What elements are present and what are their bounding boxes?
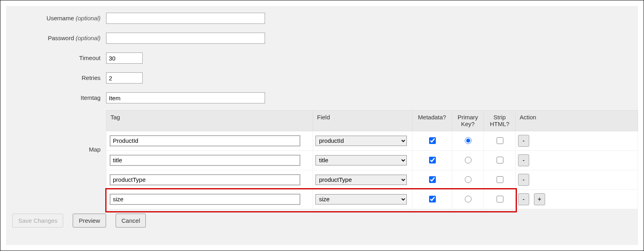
remove-row-button[interactable]: -: [518, 193, 529, 205]
primary-key-radio[interactable]: [465, 176, 472, 183]
username-field[interactable]: [106, 13, 265, 24]
strip-html-checkbox[interactable]: [497, 157, 503, 163]
add-row-button[interactable]: +: [534, 193, 545, 205]
col-action: Action: [516, 111, 638, 131]
tag-input[interactable]: [110, 194, 300, 205]
primary-key-radio[interactable]: [465, 196, 472, 202]
strip-html-checkbox[interactable]: [497, 196, 503, 202]
metadata-checkbox[interactable]: [429, 196, 436, 202]
field-select[interactable]: productId: [315, 136, 407, 146]
table-row: size-+: [106, 189, 638, 209]
col-primary-key: Primary Key?: [452, 111, 484, 131]
table-row: productId-: [106, 131, 638, 150]
field-select[interactable]: title: [315, 155, 407, 165]
metadata-checkbox[interactable]: [429, 137, 436, 144]
map-table-wrap: Tag Field Metadata? Primary Key? Strip H…: [106, 110, 638, 209]
retries-label: Retries: [6, 74, 106, 82]
username-label: Username (optional): [6, 15, 106, 22]
metadata-checkbox[interactable]: [429, 157, 436, 163]
strip-html-checkbox[interactable]: [497, 137, 503, 144]
col-strip-html: Strip HTML?: [484, 111, 516, 131]
table-row: title-: [106, 150, 638, 170]
col-field: Field: [313, 111, 412, 131]
form-panel: Username (optional) Password (optional) …: [6, 6, 638, 245]
tag-input[interactable]: [110, 155, 300, 166]
remove-row-button[interactable]: -: [518, 174, 529, 186]
cancel-button[interactable]: Cancel: [116, 214, 146, 228]
remove-row-button[interactable]: -: [518, 135, 529, 147]
table-row: productType-: [106, 170, 638, 189]
password-label: Password (optional): [6, 35, 106, 42]
tag-input[interactable]: [110, 135, 300, 146]
password-field[interactable]: [106, 33, 265, 44]
map-label: Map: [6, 110, 106, 153]
preview-button[interactable]: Preview: [73, 214, 106, 228]
map-table: Tag Field Metadata? Primary Key? Strip H…: [106, 110, 638, 209]
strip-html-checkbox[interactable]: [497, 176, 503, 183]
tag-input[interactable]: [110, 174, 300, 185]
field-select[interactable]: productType: [315, 175, 407, 185]
col-tag: Tag: [106, 111, 313, 131]
col-metadata: Metadata?: [412, 111, 452, 131]
field-select[interactable]: size: [315, 194, 407, 204]
retries-field[interactable]: [106, 72, 143, 84]
primary-key-radio[interactable]: [465, 137, 472, 144]
metadata-checkbox[interactable]: [429, 176, 436, 183]
save-changes-button[interactable]: Save Changes: [12, 214, 63, 228]
timeout-label: Timeout: [6, 54, 106, 62]
itemtag-label: Itemtag: [6, 94, 106, 101]
primary-key-radio[interactable]: [465, 157, 472, 163]
itemtag-field[interactable]: [106, 92, 265, 103]
remove-row-button[interactable]: -: [518, 154, 529, 166]
timeout-field[interactable]: [106, 53, 143, 64]
